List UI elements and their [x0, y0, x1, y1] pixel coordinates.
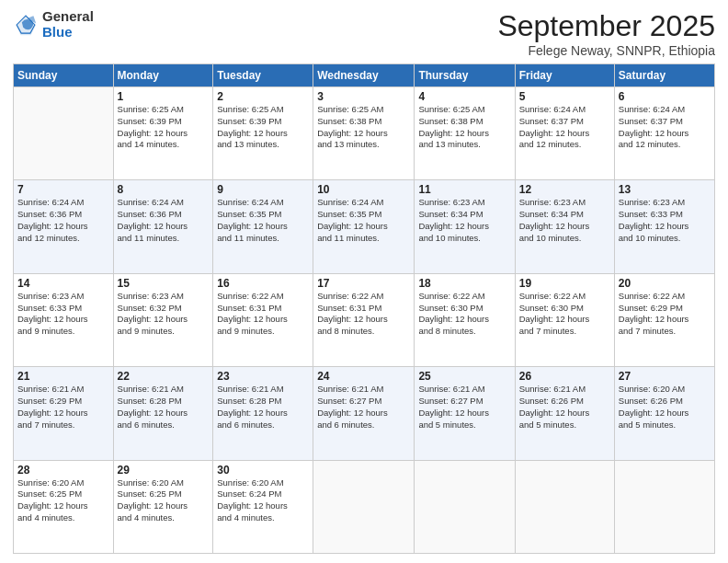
month-title: September 2025 — [497, 9, 715, 43]
logo-text: General Blue — [42, 9, 94, 40]
day-info: Sunrise: 6:25 AMSunset: 6:39 PMDaylight:… — [217, 104, 309, 151]
table-row: 6Sunrise: 6:24 AMSunset: 6:37 PMDaylight… — [614, 87, 714, 180]
table-row: 18Sunrise: 6:22 AMSunset: 6:30 PMDayligh… — [415, 273, 515, 366]
day-number: 2 — [217, 90, 309, 103]
header-tuesday: Tuesday — [213, 64, 313, 87]
day-info: Sunrise: 6:22 AMSunset: 6:31 PMDaylight:… — [317, 291, 410, 338]
day-number: 29 — [118, 464, 210, 477]
day-number: 16 — [217, 277, 309, 290]
table-row: 19Sunrise: 6:22 AMSunset: 6:30 PMDayligh… — [515, 273, 614, 366]
calendar-week-row: 28Sunrise: 6:20 AMSunset: 6:25 PMDayligh… — [14, 460, 715, 553]
day-number: 19 — [519, 277, 610, 290]
calendar-header-row: Sunday Monday Tuesday Wednesday Thursday… — [14, 64, 715, 87]
day-info: Sunrise: 6:21 AMSunset: 6:27 PMDaylight:… — [418, 384, 510, 431]
header-friday: Friday — [515, 64, 614, 87]
table-row: 8Sunrise: 6:24 AMSunset: 6:36 PMDaylight… — [113, 180, 213, 273]
day-info: Sunrise: 6:21 AMSunset: 6:29 PMDaylight:… — [17, 384, 109, 431]
day-info: Sunrise: 6:24 AMSunset: 6:37 PMDaylight:… — [519, 104, 610, 151]
table-row: 5Sunrise: 6:24 AMSunset: 6:37 PMDaylight… — [515, 87, 614, 180]
table-row: 11Sunrise: 6:23 AMSunset: 6:34 PMDayligh… — [415, 180, 515, 273]
day-number: 28 — [17, 464, 109, 477]
table-row: 16Sunrise: 6:22 AMSunset: 6:31 PMDayligh… — [213, 273, 313, 366]
day-info: Sunrise: 6:22 AMSunset: 6:30 PMDaylight:… — [418, 291, 510, 338]
table-row — [14, 87, 114, 180]
day-number: 26 — [519, 370, 610, 383]
table-row: 27Sunrise: 6:20 AMSunset: 6:26 PMDayligh… — [614, 367, 714, 460]
table-row: 28Sunrise: 6:20 AMSunset: 6:25 PMDayligh… — [14, 460, 114, 553]
day-info: Sunrise: 6:24 AMSunset: 6:35 PMDaylight:… — [317, 197, 410, 244]
table-row: 30Sunrise: 6:20 AMSunset: 6:24 PMDayligh… — [213, 460, 313, 553]
day-info: Sunrise: 6:21 AMSunset: 6:28 PMDaylight:… — [217, 384, 309, 431]
day-info: Sunrise: 6:22 AMSunset: 6:30 PMDaylight:… — [519, 291, 610, 338]
day-number: 15 — [118, 277, 210, 290]
day-number: 14 — [17, 277, 109, 290]
table-row: 7Sunrise: 6:24 AMSunset: 6:36 PMDaylight… — [14, 180, 114, 273]
table-row: 1Sunrise: 6:25 AMSunset: 6:39 PMDaylight… — [113, 87, 213, 180]
logo-icon — [13, 12, 39, 38]
day-number: 9 — [217, 183, 309, 196]
day-info: Sunrise: 6:23 AMSunset: 6:34 PMDaylight:… — [418, 197, 510, 244]
day-info: Sunrise: 6:25 AMSunset: 6:38 PMDaylight:… — [418, 104, 510, 151]
table-row: 4Sunrise: 6:25 AMSunset: 6:38 PMDaylight… — [415, 87, 515, 180]
day-number: 5 — [519, 90, 610, 103]
calendar-week-row: 7Sunrise: 6:24 AMSunset: 6:36 PMDaylight… — [14, 180, 715, 273]
day-info: Sunrise: 6:24 AMSunset: 6:36 PMDaylight:… — [118, 197, 210, 244]
day-number: 25 — [418, 370, 510, 383]
table-row — [415, 460, 515, 553]
table-row — [614, 460, 714, 553]
table-row: 17Sunrise: 6:22 AMSunset: 6:31 PMDayligh… — [313, 273, 415, 366]
day-number: 11 — [418, 183, 510, 196]
day-info: Sunrise: 6:20 AMSunset: 6:25 PMDaylight:… — [17, 477, 109, 524]
table-row — [515, 460, 614, 553]
title-block: September 2025 Felege Neway, SNNPR, Ethi… — [497, 9, 715, 58]
table-row: 20Sunrise: 6:22 AMSunset: 6:29 PMDayligh… — [614, 273, 714, 366]
calendar-table: Sunday Monday Tuesday Wednesday Thursday… — [13, 63, 715, 554]
day-info: Sunrise: 6:24 AMSunset: 6:36 PMDaylight:… — [17, 197, 109, 244]
page-container: General Blue September 2025 Felege Neway… — [0, 0, 728, 563]
table-row: 25Sunrise: 6:21 AMSunset: 6:27 PMDayligh… — [415, 367, 515, 460]
page-header: General Blue September 2025 Felege Neway… — [13, 9, 715, 58]
calendar-week-row: 21Sunrise: 6:21 AMSunset: 6:29 PMDayligh… — [14, 367, 715, 460]
day-number: 27 — [619, 370, 711, 383]
table-row: 14Sunrise: 6:23 AMSunset: 6:33 PMDayligh… — [14, 273, 114, 366]
table-row: 21Sunrise: 6:21 AMSunset: 6:29 PMDayligh… — [14, 367, 114, 460]
table-row: 13Sunrise: 6:23 AMSunset: 6:33 PMDayligh… — [614, 180, 714, 273]
day-number: 30 — [217, 464, 309, 477]
day-info: Sunrise: 6:24 AMSunset: 6:35 PMDaylight:… — [217, 197, 309, 244]
day-number: 12 — [519, 183, 610, 196]
logo: General Blue — [13, 9, 94, 40]
day-info: Sunrise: 6:23 AMSunset: 6:32 PMDaylight:… — [118, 291, 210, 338]
table-row: 24Sunrise: 6:21 AMSunset: 6:27 PMDayligh… — [313, 367, 415, 460]
day-info: Sunrise: 6:21 AMSunset: 6:28 PMDaylight:… — [118, 384, 210, 431]
logo-general-text: General — [42, 9, 94, 25]
day-number: 1 — [118, 90, 210, 103]
table-row: 3Sunrise: 6:25 AMSunset: 6:38 PMDaylight… — [313, 87, 415, 180]
table-row: 23Sunrise: 6:21 AMSunset: 6:28 PMDayligh… — [213, 367, 313, 460]
day-number: 21 — [17, 370, 109, 383]
header-monday: Monday — [113, 64, 213, 87]
day-number: 20 — [619, 277, 711, 290]
day-number: 8 — [118, 183, 210, 196]
table-row: 22Sunrise: 6:21 AMSunset: 6:28 PMDayligh… — [113, 367, 213, 460]
table-row: 10Sunrise: 6:24 AMSunset: 6:35 PMDayligh… — [313, 180, 415, 273]
day-info: Sunrise: 6:21 AMSunset: 6:26 PMDaylight:… — [519, 384, 610, 431]
day-number: 3 — [317, 90, 410, 103]
day-info: Sunrise: 6:20 AMSunset: 6:26 PMDaylight:… — [619, 384, 711, 431]
logo-blue-text: Blue — [42, 25, 94, 40]
day-number: 13 — [619, 183, 711, 196]
calendar-week-row: 14Sunrise: 6:23 AMSunset: 6:33 PMDayligh… — [14, 273, 715, 366]
day-info: Sunrise: 6:25 AMSunset: 6:39 PMDaylight:… — [118, 104, 210, 151]
header-sunday: Sunday — [14, 64, 114, 87]
table-row: 9Sunrise: 6:24 AMSunset: 6:35 PMDaylight… — [213, 180, 313, 273]
day-info: Sunrise: 6:21 AMSunset: 6:27 PMDaylight:… — [317, 384, 410, 431]
day-number: 4 — [418, 90, 510, 103]
day-number: 7 — [17, 183, 109, 196]
day-info: Sunrise: 6:22 AMSunset: 6:29 PMDaylight:… — [619, 291, 711, 338]
header-wednesday: Wednesday — [313, 64, 415, 87]
calendar-week-row: 1Sunrise: 6:25 AMSunset: 6:39 PMDaylight… — [14, 87, 715, 180]
day-info: Sunrise: 6:20 AMSunset: 6:25 PMDaylight:… — [118, 477, 210, 524]
day-number: 23 — [217, 370, 309, 383]
table-row: 29Sunrise: 6:20 AMSunset: 6:25 PMDayligh… — [113, 460, 213, 553]
header-saturday: Saturday — [614, 64, 714, 87]
day-number: 10 — [317, 183, 410, 196]
